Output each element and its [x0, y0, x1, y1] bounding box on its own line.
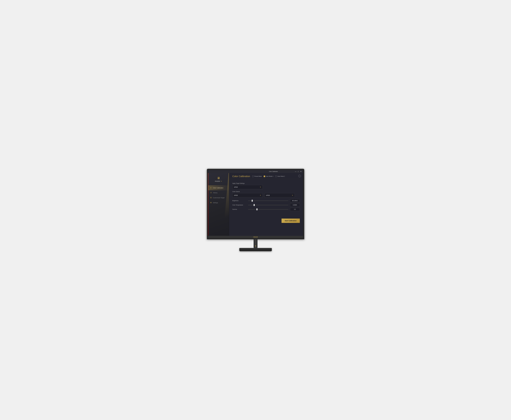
- maximize-button[interactable]: □: [297, 171, 299, 172]
- minimize-button[interactable]: —: [295, 171, 297, 172]
- screen: Color Calibration — □ ✕ 🖥 PA32DC ▼: [208, 170, 303, 238]
- preset-mode-label: Preset Mode: [254, 176, 262, 177]
- gamut-dropdown-1[interactable]: sRGB ▼: [232, 193, 263, 197]
- user-mode-1-label: User Mode 1: [266, 176, 273, 177]
- content-header: Color Calibration Preset Mode User Mode …: [229, 173, 303, 179]
- color-temperature-label: Color Temperature: [232, 204, 247, 206]
- camera-icon: ⊙: [210, 187, 212, 189]
- color-temperature-value: 6,500K: [290, 203, 300, 207]
- target-dropdown-row: sRGB ▼: [232, 185, 300, 189]
- user-mode-2-label: User Mode 2: [278, 176, 285, 177]
- color-temperature-slider[interactable]: [248, 205, 288, 205]
- gamma-label: Gamma: [232, 209, 247, 210]
- main-content: Color Calibration Preset Mode User Mode …: [229, 173, 303, 236]
- target-dropdown-arrow-icon: ▼: [260, 186, 261, 188]
- window-controls: — □ ✕: [295, 171, 302, 172]
- info-icon[interactable]: i: [298, 175, 301, 177]
- user-mode-2-item[interactable]: User Mode 2: [275, 176, 285, 177]
- color-temperature-row: Color Temperature 6,500K: [232, 203, 300, 207]
- title-bar: Color Calibration — □ ✕: [208, 170, 303, 173]
- page-title: Color Calibration: [232, 175, 250, 178]
- header-modes: Preset Mode User Mode 1 User Mode 2: [252, 176, 285, 177]
- monitor-bottom-bar: /ISUS: [208, 236, 303, 238]
- brightness-value: 80 cd/m2: [290, 199, 300, 202]
- preset-mode-checkbox[interactable]: [252, 176, 254, 177]
- gamma-value: 2.2: [290, 208, 300, 211]
- user-mode-1-item[interactable]: User Mode 1: [264, 176, 273, 177]
- nav-label-color-calibration: Color Calibration: [213, 187, 223, 189]
- device-name: PA32DC: [215, 180, 220, 182]
- device-name-row[interactable]: PA32DC ▼: [215, 180, 222, 182]
- list-icon: ☰: [210, 197, 212, 199]
- nav-label-history: History: [213, 192, 218, 194]
- target-settings-dropdown[interactable]: sRGB ▼: [232, 185, 263, 189]
- user-mode-1-checkbox[interactable]: [264, 176, 265, 177]
- preset-mode-item[interactable]: Preset Mode: [252, 176, 262, 177]
- monitor-stand-base: [239, 248, 272, 251]
- window-title: Color Calibration: [252, 171, 295, 172]
- gamma-row: Gamma 2.2: [232, 208, 300, 211]
- monitor-stand-neck: [254, 239, 257, 248]
- clock-icon: ⏱: [210, 192, 212, 194]
- gamut-dropdown-1-arrow-icon: ▼: [260, 195, 261, 196]
- target-settings-label: Apply Target Settings: [232, 183, 300, 184]
- monitor-icon: 🖥: [217, 176, 220, 180]
- color-temperature-thumb[interactable]: [254, 204, 255, 206]
- header-left: Color Calibration Preset Mode User Mode …: [232, 175, 285, 178]
- gamut-dropdown-2[interactable]: sRGB ▼: [264, 193, 295, 197]
- sidebar: 🖥 PA32DC ▼ ⊙ Color Calibration ⏱: [208, 173, 229, 236]
- brightness-thumb[interactable]: [252, 200, 253, 202]
- start-calibration-button[interactable]: Start Calibration: [282, 218, 300, 223]
- gamut-dropdown-2-value: sRGB: [266, 195, 270, 196]
- brightness-slider[interactable]: [248, 201, 288, 201]
- nav-label-settings: Settings: [213, 202, 218, 203]
- asus-logo: /ISUS: [253, 236, 258, 238]
- brightness-row: Brightness 80 cd/m2: [232, 199, 300, 202]
- chevron-down-icon: ▼: [221, 181, 222, 182]
- gamut-dropdown-1-value: sRGB: [234, 195, 238, 196]
- content-body: Apply Target Settings sRGB ▼ Color Gamut…: [229, 179, 303, 236]
- gear-icon: ⚙: [210, 202, 212, 204]
- gamma-thumb[interactable]: [256, 208, 257, 210]
- gamut-dropdown-2-arrow-icon: ▼: [292, 195, 293, 196]
- monitor-container: Color Calibration — □ ✕ 🖥 PA32DC ▼: [207, 169, 304, 251]
- gamut-dropdown-row: sRGB ▼ sRGB ▼: [232, 193, 300, 197]
- nav-label-customized-target: Customized Target: [213, 197, 225, 199]
- app-layout: 🖥 PA32DC ▼ ⊙ Color Calibration ⏱: [208, 173, 303, 236]
- user-mode-2-checkbox[interactable]: [275, 176, 277, 177]
- monitor-bezel: Color Calibration — □ ✕ 🖥 PA32DC ▼: [207, 169, 304, 239]
- close-button[interactable]: ✕: [300, 171, 302, 172]
- color-gamut-label: Color Gamut: [232, 191, 300, 192]
- gamma-slider[interactable]: [248, 209, 288, 210]
- target-dropdown-value: sRGB: [234, 186, 238, 188]
- brightness-label: Brightness: [232, 200, 247, 202]
